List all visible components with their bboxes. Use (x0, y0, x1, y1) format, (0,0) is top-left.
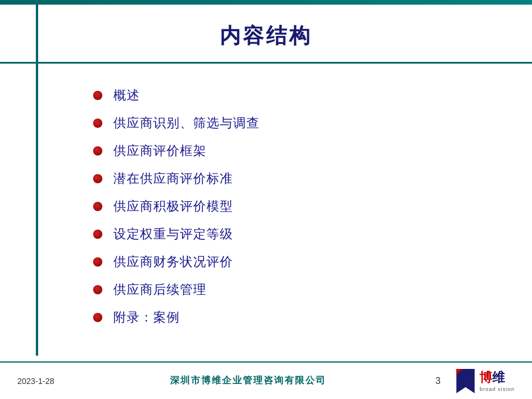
logo-bo: 博 (479, 370, 492, 385)
slide-header: 内容结构 (0, 5, 532, 62)
logo-text: 博维 broad vision (479, 369, 515, 393)
slide: 内容结构 概述供应商识别、筛选与调查供应商评价框架潜在供应商评价标准供应商积极评… (0, 0, 532, 399)
bullet-text: 概述 (113, 87, 140, 104)
list-item: 供应商识别、筛选与调查 (93, 114, 486, 132)
left-accent-line (36, 0, 38, 356)
list-item: 潜在供应商评价标准 (93, 170, 486, 187)
slide-title: 内容结构 (46, 22, 486, 50)
bullet-circle-icon (93, 173, 103, 184)
top-accent-bar (0, 0, 532, 5)
bullet-text: 供应商财务状况评价 (113, 253, 233, 271)
footer-page: 3 (420, 376, 455, 386)
footer-company: 深圳市博维企业管理咨询有限公司 (75, 375, 420, 387)
bullet-text: 供应商后续管理 (113, 281, 206, 298)
list-item: 供应商积极评价模型 (93, 198, 486, 215)
bullet-text: 附录：案例 (113, 309, 180, 326)
bullet-circle-icon (93, 229, 103, 239)
logo-flag-icon (455, 369, 476, 393)
bullet-text: 设定权重与评定等级 (113, 226, 233, 243)
list-item: 设定权重与评定等级 (93, 226, 486, 243)
bullet-text: 供应商识别、筛选与调查 (113, 114, 260, 132)
bullet-circle-icon (93, 201, 103, 212)
list-item: 供应商评价框架 (93, 142, 486, 160)
list-item: 供应商后续管理 (93, 281, 486, 298)
svg-marker-0 (457, 369, 475, 393)
list-item: 附录：案例 (93, 309, 486, 326)
footer-date: 2023-1-28 (17, 376, 75, 386)
bullet-circle-icon (93, 118, 103, 128)
list-item: 供应商财务状况评价 (93, 253, 486, 271)
bullet-text: 供应商评价框架 (113, 142, 206, 160)
bullet-text: 供应商积极评价模型 (113, 198, 233, 215)
bullet-text: 潜在供应商评价标准 (113, 170, 233, 187)
slide-footer: 2023-1-28 深圳市博维企业管理咨询有限公司 3 博维 broad vis… (0, 361, 532, 399)
bullet-list: 概述供应商识别、筛选与调查供应商评价框架潜在供应商评价标准供应商积极评价模型设定… (93, 87, 486, 326)
logo-sub-text: broad vision (479, 386, 515, 393)
bullet-circle-icon (93, 312, 103, 323)
slide-content: 概述供应商识别、筛选与调查供应商评价框架潜在供应商评价标准供应商积极评价模型设定… (0, 64, 532, 361)
footer-logo: 博维 broad vision (455, 369, 515, 393)
bullet-circle-icon (93, 90, 103, 101)
logo-wei: 维 (492, 370, 505, 385)
bullet-circle-icon (93, 285, 103, 295)
bullet-circle-icon (93, 257, 103, 267)
bullet-circle-icon (93, 146, 103, 156)
list-item: 概述 (93, 87, 486, 104)
logo-chinese: 博维 (479, 369, 505, 386)
